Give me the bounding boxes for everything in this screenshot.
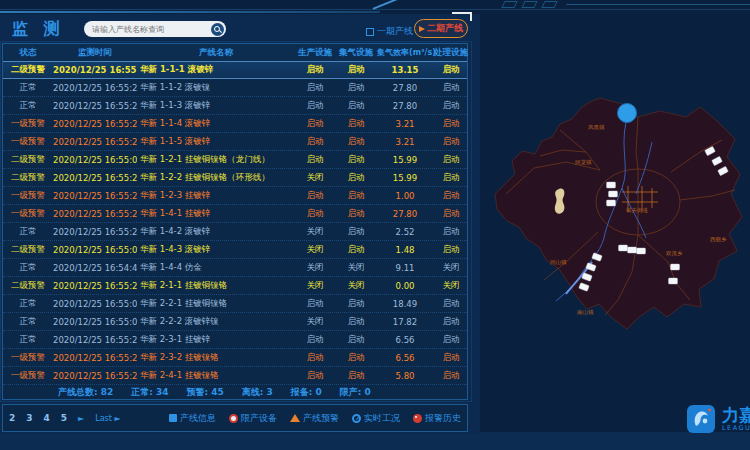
gas-collection-cell: 启动 — [335, 370, 377, 382]
efficiency-cell: 5.80 — [377, 371, 433, 381]
gas-collection-cell: 启动 — [335, 334, 377, 346]
line-name-cell: 华新 1-1-3 滚镀锌 — [137, 100, 295, 112]
page-button[interactable]: 5 — [61, 413, 67, 423]
facility-marker[interactable] — [607, 200, 616, 206]
table-row[interactable]: 一级预警2020/12/25 16:55:24华新 1-1-4 滚镀锌启动启动3… — [3, 115, 467, 133]
highlight-marker[interactable] — [618, 104, 637, 123]
column-header-production: 生产设施 — [295, 47, 335, 59]
time-cell: 2020/12/25 16:55:04 — [53, 245, 137, 255]
treatment-cell: 启动 — [433, 64, 469, 76]
legend-label: 产线信息 — [180, 412, 216, 425]
treatment-cell: 启动 — [433, 100, 469, 112]
table-row[interactable]: 二级预警2020/12/25 16:55:24华新 1-1-1 滚镀锌启动启动1… — [3, 61, 467, 79]
table-row[interactable]: 一级预警2020/12/25 16:55:24华新 1-1-5 滚镀锌启动启动3… — [3, 133, 467, 151]
time-cell: 2020/12/25 16:55:24 — [53, 101, 137, 111]
top-square-decoration — [521, 1, 537, 8]
last-page-button[interactable]: Last ► — [95, 414, 120, 423]
time-cell: 2020/12/25 16:55:04 — [53, 317, 137, 327]
efficiency-cell: 3.21 — [377, 119, 433, 129]
table-row[interactable]: 二级预警2020/12/25 16:55:04华新 1-2-1 挂镀铜镍铬（龙门… — [3, 151, 467, 169]
table-row[interactable]: 二级预警2020/12/25 16:55:04华新 1-4-3 滚镀锌关闭启动1… — [3, 241, 467, 259]
gas-collection-cell: 启动 — [335, 298, 377, 310]
efficiency-cell: 27.80 — [377, 83, 433, 93]
efficiency-cell: 9.11 — [377, 263, 433, 273]
status-cell: 正常 — [3, 298, 53, 310]
treatment-cell: 启动 — [433, 298, 469, 310]
page-button[interactable]: 3 — [26, 413, 32, 423]
time-cell: 2020/12/25 16:55:24 — [53, 137, 137, 147]
legend-button-0[interactable]: 产线信息 — [169, 412, 216, 425]
line-name-cell: 华新 1-2-1 挂镀铜镍铬（龙门线） — [137, 154, 295, 166]
facility-marker[interactable] — [669, 278, 678, 284]
phase2-button[interactable]: 二期产线 — [414, 19, 468, 38]
flag-icon — [419, 26, 425, 32]
logo-icon — [686, 404, 716, 434]
efficiency-cell: 2.52 — [377, 227, 433, 237]
status-cell: 一级预警 — [3, 118, 53, 130]
line-name-cell: 华新 2-3-1 挂镀锌 — [137, 334, 295, 346]
production-cell: 启动 — [295, 64, 335, 76]
table-row[interactable]: 正常2020/12/25 16:55:24华新 1-1-2 滚镀镍启动启动27.… — [3, 79, 467, 97]
legend-button-1[interactable]: 限产设备 — [229, 412, 277, 425]
table-row[interactable]: 正常2020/12/25 16:55:24华新 2-3-1 挂镀锌启动启动6.5… — [3, 331, 467, 349]
table-row[interactable]: 正常2020/12/25 16:55:24华新 1-4-2 滚镀锌关闭启动2.5… — [3, 223, 467, 241]
table-row[interactable]: 正常2020/12/25 16:55:24华新 1-1-3 滚镀锌启动启动27.… — [3, 97, 467, 115]
efficiency-cell: 6.56 — [377, 335, 433, 345]
table-row[interactable]: 一级预警2020/12/25 16:55:24华新 2-3-2 挂镀镍铬启动启动… — [3, 349, 467, 367]
table-row[interactable]: 一级预警2020/12/25 16:55:24华新 1-2-3 挂镀锌启动启动1… — [3, 187, 467, 205]
efficiency-cell: 17.82 — [377, 317, 433, 327]
legend-button-3[interactable]: 实时工况 — [352, 412, 400, 425]
status-cell: 二级预警 — [3, 244, 53, 256]
production-cell: 启动 — [295, 208, 335, 220]
region-map[interactable]: 凤凰镇回龙镇城关街道西丽乡双溪乡同山镇南山镇 — [478, 80, 750, 340]
column-header-gas-collection: 集气设施 — [335, 47, 377, 59]
legend-button-4[interactable]: 报警历史 — [413, 412, 461, 425]
table-row[interactable]: 正常2020/12/25 16:54:44华新 1-4-4 仿金关闭关闭9.11… — [3, 259, 467, 277]
time-cell: 2020/12/25 16:55:24 — [53, 65, 137, 75]
table-row[interactable]: 一级预警2020/12/25 16:55:24华新 1-4-1 挂镀锌启动启动2… — [3, 205, 467, 223]
table-row[interactable]: 正常2020/12/25 16:55:04华新 2-2-1 挂镀铜镍铬启动启动1… — [3, 295, 467, 313]
gas-collection-cell: 启动 — [335, 352, 377, 364]
legend-label: 报警历史 — [425, 412, 461, 425]
facility-marker[interactable] — [671, 264, 680, 270]
time-cell: 2020/12/25 16:55:24 — [53, 119, 137, 129]
table-row[interactable]: 一级预警2020/12/25 16:55:24华新 2-4-1 挂镀镍铬启动启动… — [3, 367, 467, 385]
status-cell: 一级预警 — [3, 370, 53, 382]
time-cell: 2020/12/25 16:55:24 — [53, 335, 137, 345]
production-cell: 关闭 — [295, 172, 335, 184]
summary-item: 报备: 0 — [291, 386, 322, 399]
facility-marker[interactable] — [607, 182, 616, 188]
page-button[interactable]: 2 — [9, 413, 15, 423]
summary-item: 预警: 45 — [187, 386, 224, 399]
restricted-device-icon — [229, 414, 238, 423]
facility-marker[interactable] — [609, 191, 618, 197]
production-cell: 启动 — [295, 298, 335, 310]
time-cell: 2020/12/25 16:54:44 — [53, 263, 137, 273]
production-cell: 关闭 — [295, 280, 335, 292]
next-page-button[interactable]: ► — [78, 414, 84, 423]
treatment-cell: 启动 — [433, 352, 469, 364]
treatment-cell: 关闭 — [433, 280, 469, 292]
status-cell: 二级预警 — [3, 64, 53, 76]
treatment-cell: 启动 — [433, 172, 469, 184]
time-cell: 2020/12/25 16:55:04 — [53, 155, 137, 165]
time-cell: 2020/12/25 16:55:24 — [53, 191, 137, 201]
column-header-status: 状态 — [3, 47, 53, 59]
search-icon[interactable] — [211, 23, 224, 36]
search-input[interactable] — [84, 25, 211, 34]
facility-marker[interactable] — [637, 248, 646, 254]
facility-marker[interactable] — [619, 245, 628, 251]
legend-label: 产线预警 — [303, 412, 339, 425]
legend-button-2[interactable]: 产线预警 — [290, 412, 339, 425]
table-row[interactable]: 正常2020/12/25 16:55:04华新 2-2-2 滚镀锌镍关闭启动17… — [3, 313, 467, 331]
phase1-checkbox[interactable]: 一期产线 — [366, 25, 413, 38]
facility-marker[interactable] — [628, 247, 637, 253]
time-cell: 2020/12/25 16:55:24 — [53, 209, 137, 219]
top-square-decoration — [541, 1, 557, 8]
checkbox-icon[interactable] — [366, 28, 374, 36]
production-cell: 启动 — [295, 100, 335, 112]
table-row[interactable]: 二级预警2020/12/25 16:55:24华新 2-1-1 挂镀铜镍铬关闭关… — [3, 277, 467, 295]
line-name-cell: 华新 2-1-1 挂镀铜镍铬 — [137, 280, 295, 292]
page-button[interactable]: 4 — [44, 413, 50, 423]
table-row[interactable]: 二级预警2020/12/25 16:55:24华新 1-2-2 挂镀铜镍铬（环形… — [3, 169, 467, 187]
